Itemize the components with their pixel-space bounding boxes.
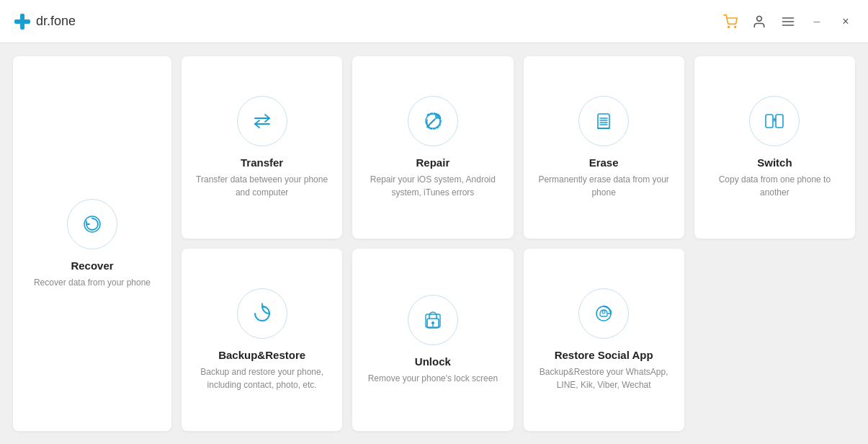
switch-desc: Copy data from one phone to another	[706, 173, 844, 199]
app-name: dr.fone	[36, 14, 76, 29]
recover-icon	[67, 199, 117, 249]
title-bar: dr.fone	[0, 0, 868, 43]
card-unlock[interactable]: Unlock Remove your phone's lock screen	[352, 249, 513, 431]
recover-desc: Recover data from your phone	[34, 276, 151, 289]
backup-title: Backup&Restore	[218, 349, 305, 361]
sidebar-recover[interactable]: Recover Recover data from your phone	[13, 56, 171, 431]
card-transfer[interactable]: Transfer Transfer data between your phon…	[182, 56, 342, 239]
unlock-icon	[408, 295, 458, 345]
minimize-button[interactable]: –	[809, 14, 825, 30]
erase-desc: Permanently erase data from your phone	[535, 173, 673, 199]
repair-icon	[408, 96, 458, 146]
svg-point-0	[728, 26, 730, 27]
restore-social-desc: Backup&Restore your WhatsApp, LINE, Kik,…	[535, 365, 673, 391]
svg-rect-18	[776, 115, 783, 128]
card-restore-social[interactable]: Restore Social App Backup&Restore your W…	[524, 249, 684, 431]
backup-icon	[237, 288, 287, 339]
svg-point-2	[757, 16, 762, 21]
recover-title: Recover	[71, 259, 113, 272]
unlock-title: Unlock	[415, 355, 451, 368]
logo-area: dr.fone	[14, 14, 722, 30]
card-repair[interactable]: Repair Repair your iOS system, Android s…	[352, 56, 513, 239]
card-erase[interactable]: Erase Permanently erase data from your p…	[524, 56, 684, 239]
logo-icon	[14, 14, 30, 30]
transfer-desc: Transfer data between your phone and com…	[193, 173, 331, 199]
svg-line-10	[429, 120, 434, 125]
restore-social-icon	[578, 288, 629, 339]
restore-social-title: Restore Social App	[555, 349, 653, 361]
svg-point-1	[735, 26, 736, 27]
close-button[interactable]: ×	[838, 14, 854, 30]
svg-rect-17	[766, 115, 773, 128]
title-bar-controls: – ×	[722, 14, 854, 30]
switch-icon	[749, 96, 800, 146]
app-window: dr.fone	[0, 0, 868, 444]
cart-icon[interactable]	[722, 14, 738, 30]
erase-icon	[578, 96, 629, 146]
card-grid: Transfer Transfer data between your phon…	[182, 56, 855, 431]
repair-desc: Repair your iOS system, Android system, …	[364, 173, 501, 199]
account-icon[interactable]	[751, 14, 767, 30]
switch-title: Switch	[757, 156, 792, 169]
menu-icon[interactable]	[780, 14, 796, 30]
repair-title: Repair	[416, 156, 450, 169]
content-area: Recover Recover data from your phone Tra…	[0, 43, 868, 444]
card-switch[interactable]: Switch Copy data from one phone to anoth…	[694, 56, 855, 239]
svg-point-24	[602, 311, 605, 314]
erase-title: Erase	[589, 156, 619, 169]
unlock-desc: Remove your phone's lock screen	[368, 372, 498, 385]
backup-desc: Backup and restore your phone, including…	[193, 365, 331, 391]
transfer-icon	[237, 96, 287, 146]
card-backup-restore[interactable]: Backup&Restore Backup and restore your p…	[182, 249, 342, 431]
svg-rect-11	[598, 114, 609, 128]
transfer-title: Transfer	[241, 156, 283, 169]
